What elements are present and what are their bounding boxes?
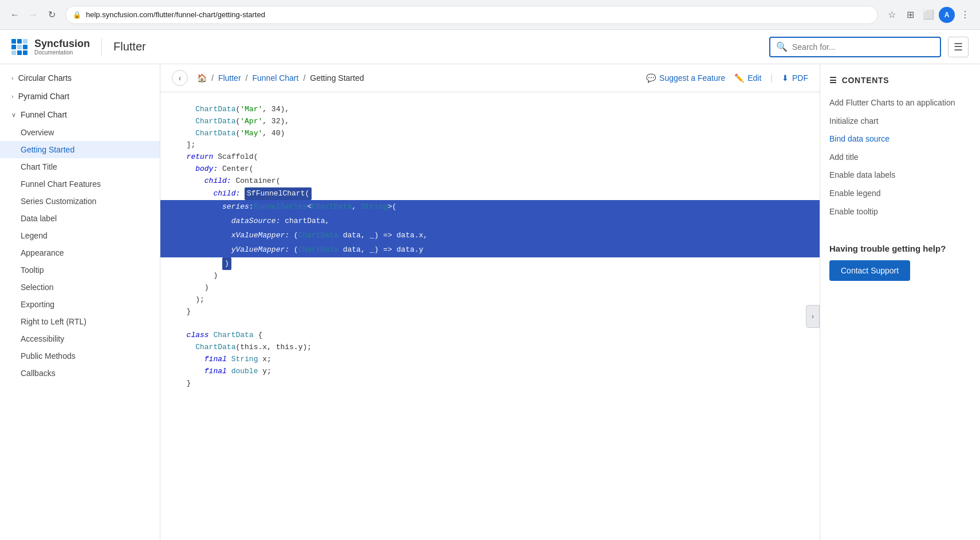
breadcrumb-funnel-link[interactable]: Funnel Chart [252, 73, 298, 83]
comment-icon: 💬 [646, 73, 656, 83]
contents-list: Add Flutter Charts to an application Ini… [829, 94, 971, 221]
edit-icon: ✏️ [734, 73, 744, 83]
sidebar-item-getting-started[interactable]: Getting Started [0, 141, 160, 158]
sidebar-label-getting-started: Getting Started [21, 145, 74, 154]
sidebar-item-public-methods[interactable]: Public Methods [0, 347, 160, 365]
sidebar-label-rtl: Right to Left (RTL) [21, 317, 86, 326]
search-input[interactable] [792, 42, 934, 52]
breadcrumb-actions: 💬 Suggest a Feature ✏️ Edit | ⬇ PDF [646, 73, 808, 83]
sidebar-item-tooltip[interactable]: Tooltip [0, 261, 160, 279]
logo-dot-7 [11, 50, 16, 55]
sidebar-label-funnel-features: Funnel Chart Features [21, 179, 101, 189]
sidebar-item-exporting[interactable]: Exporting [0, 296, 160, 313]
logo-dot-9 [23, 50, 27, 55]
help-title: Having trouble getting help? [829, 244, 971, 253]
sidebar-label-accessibility: Accessibility [21, 334, 64, 343]
contents-item-bind-data[interactable]: Bind data source [829, 130, 971, 148]
sidebar-item-funnel-chart-features[interactable]: Funnel Chart Features [0, 175, 160, 193]
contents-title: CONTENTS [842, 76, 890, 85]
chevron-right-icon-2: › [11, 93, 14, 100]
logo-dot-3 [23, 39, 27, 44]
contents-item-add-title[interactable]: Add title [829, 148, 971, 167]
forward-button[interactable]: → [25, 7, 41, 23]
sidebar-label-exporting: Exporting [21, 300, 54, 309]
list-icon: ☰ [829, 76, 837, 85]
product-name: Flutter [113, 40, 146, 53]
code-line-9: series:FunnelSeries<ChartData, String>( [160, 200, 820, 214]
browser-actions: ☆ ⊞ ⬜ A ⋮ [884, 7, 973, 23]
sidebar-item-funnel-chart[interactable]: ∨ Funnel Chart [0, 105, 160, 124]
pdf-icon: ⬇ [782, 73, 789, 83]
contents-item-enable-labels[interactable]: Enable data labels [829, 166, 971, 185]
pdf-link[interactable]: ⬇ PDF [782, 73, 808, 83]
sidebar-label-circular-charts: Circular Charts [18, 73, 72, 83]
sidebar-item-chart-title[interactable]: Chart Title [0, 158, 160, 175]
sidebar-label-legend: Legend [21, 231, 48, 240]
breadcrumb-home-link[interactable]: 🏠 [197, 73, 207, 83]
code-line-19: class ChartData { [178, 330, 802, 342]
hamburger-button[interactable]: ☰ [948, 37, 969, 57]
breadcrumb-flutter-link[interactable]: Flutter [218, 73, 241, 83]
refresh-button[interactable]: ↻ [44, 7, 60, 23]
contents-item-add-flutter[interactable]: Add Flutter Charts to an application [829, 94, 971, 112]
edit-label: Edit [747, 73, 761, 83]
lock-icon: 🔒 [73, 11, 81, 19]
sidebar-item-selection[interactable]: Selection [0, 279, 160, 296]
suggest-label: Suggest a Feature [659, 73, 725, 83]
sidebar-item-rtl[interactable]: Right to Left (RTL) [0, 313, 160, 330]
logo-dot-4 [11, 45, 16, 49]
logo-dot-8 [17, 50, 22, 55]
sidebar-item-legend[interactable]: Legend [0, 227, 160, 244]
back-button[interactable]: ← [7, 7, 23, 23]
sidebar: › Circular Charts › Pyramid Chart ∨ Funn… [0, 64, 160, 540]
edit-link[interactable]: ✏️ Edit [734, 73, 761, 83]
content-area: › Circular Charts › Pyramid Chart ∨ Funn… [0, 64, 980, 540]
main-content: ‹ 🏠 / Flutter / Funnel Chart / Getting S… [160, 64, 820, 540]
suggest-feature-link[interactable]: 💬 Suggest a Feature [646, 73, 725, 83]
code-line-11: xValueMapper: (ChartData data, _) => dat… [160, 229, 820, 243]
right-panel: ☰ CONTENTS Add Flutter Charts to an appl… [820, 64, 980, 540]
sidebar-item-data-label[interactable]: Data label [0, 210, 160, 227]
sidebar-item-accessibility[interactable]: Accessibility [0, 330, 160, 347]
sidebar-item-appearance[interactable]: Appearance [0, 244, 160, 261]
code-line-15: ) [178, 282, 802, 294]
contents-item-initialize[interactable]: Initialize chart [829, 112, 971, 131]
sidebar-label-public-methods: Public Methods [21, 351, 76, 361]
contents-item-enable-legend[interactable]: Enable legend [829, 185, 971, 203]
contact-support-button[interactable]: Contact Support [829, 260, 910, 281]
code-block: ChartData('Mar', 34), ChartData('Apr', 3… [160, 92, 820, 540]
breadcrumb-current: Getting Started [310, 73, 364, 83]
logo-dot-5 [17, 45, 22, 49]
contents-item-enable-tooltip[interactable]: Enable tooltip [829, 203, 971, 221]
avatar-button[interactable]: A [939, 7, 955, 23]
code-line-14: ) [178, 270, 802, 282]
sidebar-label-data-label: Data label [21, 214, 57, 223]
sidebar-label-appearance: Appearance [21, 248, 64, 257]
sidebar-item-circular-charts[interactable]: › Circular Charts [0, 69, 160, 87]
breadcrumb-sep-3: / [303, 73, 305, 83]
chevron-down-icon: ∨ [11, 111, 16, 119]
star-button[interactable]: ☆ [884, 7, 900, 23]
sidebar-label-pyramid-chart: Pyramid Chart [18, 92, 69, 101]
pdf-label: PDF [792, 73, 808, 83]
article-area[interactable]: ChartData('Mar', 34), ChartData('Apr', 3… [160, 92, 820, 540]
sidebar-label-series-customization: Series Customization [21, 197, 96, 206]
search-icon: 🔍 [776, 41, 788, 52]
logo-grid [11, 39, 27, 55]
sidebar-item-pyramid-chart[interactable]: › Pyramid Chart [0, 87, 160, 105]
menu-button[interactable]: ⋮ [957, 7, 973, 23]
profile-button[interactable]: ⬜ [920, 7, 936, 23]
right-panel-collapse-button[interactable]: › [806, 305, 820, 328]
code-line-7: child: Container( [178, 175, 802, 187]
code-line-3: ChartData('May', 40) [178, 128, 802, 140]
sidebar-item-series-customization[interactable]: Series Customization [0, 193, 160, 210]
code-line-6: body: Center( [178, 163, 802, 175]
sidebar-item-callbacks[interactable]: Callbacks [0, 365, 160, 382]
bc-divider: | [770, 73, 773, 83]
sidebar-item-overview[interactable]: Overview [0, 124, 160, 141]
address-bar[interactable]: 🔒 help.syncfusion.com/flutter/funnel-cha… [65, 6, 878, 24]
breadcrumb-toggle-button[interactable]: ‹ [172, 70, 188, 86]
code-line-18 [178, 318, 802, 330]
search-bar[interactable]: 🔍 [769, 37, 941, 57]
extensions-button[interactable]: ⊞ [902, 7, 918, 23]
